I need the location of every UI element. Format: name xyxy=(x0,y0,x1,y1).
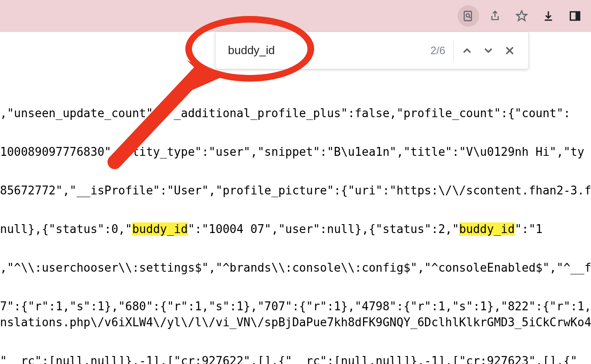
page-source-content: ,"unseen_update_count":0 _additional_pro… xyxy=(0,32,591,364)
download-icon[interactable] xyxy=(538,5,559,27)
browser-toolbar xyxy=(0,0,591,32)
find-input[interactable] xyxy=(224,44,431,57)
find-prev-button[interactable] xyxy=(456,40,478,61)
svg-line-2 xyxy=(469,17,471,18)
find-match-highlight: buddy_id xyxy=(132,222,188,236)
search-page-icon[interactable] xyxy=(458,5,479,27)
source-line: ,"^\\:userchooser\\:settings$","^brands\… xyxy=(0,260,591,276)
source-line: null},{"status":0,"buddy_id":"10004 07",… xyxy=(0,222,591,237)
source-line: nslations.php\/v6iXLW4\/yl\/l\/vi_VN\/sp… xyxy=(0,315,591,330)
bookmark-star-icon[interactable] xyxy=(511,5,532,27)
find-match-count: 2/6 xyxy=(431,44,445,57)
svg-point-1 xyxy=(466,14,469,17)
source-line: 7":{"r":1,"s":1},"680":{"r":1,"s":1},"70… xyxy=(0,299,591,314)
find-close-button[interactable] xyxy=(499,40,520,61)
source-line: "__rc":[null,null]},-1],["cr:927622",[],… xyxy=(0,353,591,364)
panel-icon[interactable] xyxy=(564,5,586,27)
source-line: 85672772","__isProfile":"User","profile_… xyxy=(0,183,591,198)
find-next-button[interactable] xyxy=(478,40,499,61)
find-in-page-bar: 2/6 xyxy=(215,32,529,69)
source-line: 100089097776830"," tity_type":"user","sn… xyxy=(0,144,591,160)
divider xyxy=(453,41,454,60)
source-line: ,"unseen_update_count":0 _additional_pro… xyxy=(0,106,591,121)
svg-rect-6 xyxy=(575,12,579,20)
share-icon[interactable] xyxy=(484,5,506,27)
find-match-highlight: buddy_id xyxy=(459,222,515,236)
svg-marker-3 xyxy=(516,11,527,20)
svg-rect-0 xyxy=(464,12,471,21)
